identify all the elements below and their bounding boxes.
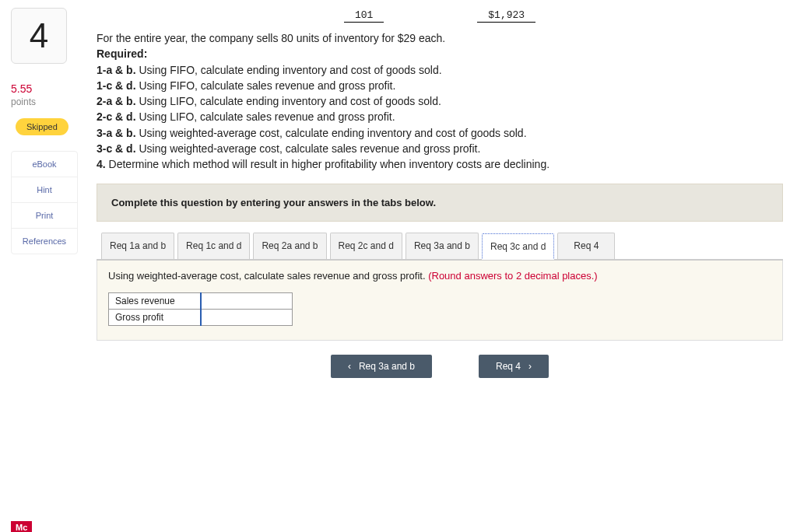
requirement-3cd: 3-c & d. Using weighted-average cost, ca… xyxy=(97,141,783,156)
tab-req-4[interactable]: Req 4 xyxy=(557,233,615,259)
header-value-right: $1,923 xyxy=(477,9,535,23)
points-label: points xyxy=(11,96,89,107)
tab-req-1ab[interactable]: Req 1a and b xyxy=(101,233,174,259)
rounding-note: (Round answers to 2 decimal places.) xyxy=(428,270,598,282)
side-link-print[interactable]: Print xyxy=(12,203,77,229)
tab-prompt: Using weighted-average cost, calculate s… xyxy=(108,270,771,282)
question-prompt: For the entire year, the company sells 8… xyxy=(97,30,783,173)
tab-panel: Using weighted-average cost, calculate s… xyxy=(97,261,783,341)
tab-req-1cd[interactable]: Req 1c and d xyxy=(177,233,250,259)
answer-table: Sales revenue Gross profit xyxy=(108,292,293,326)
input-sales-revenue[interactable] xyxy=(201,292,293,309)
side-link-references[interactable]: References xyxy=(12,229,77,254)
header-value-left: 101 xyxy=(344,9,384,23)
tab-req-3ab[interactable]: Req 3a and b xyxy=(406,233,479,259)
nav-buttons: ‹ Req 3a and b Req 4 › xyxy=(97,355,783,378)
header-values: 101 $1,923 xyxy=(97,9,783,23)
row-label-sales-revenue: Sales revenue xyxy=(109,292,201,309)
instruction-bar: Complete this question by entering your … xyxy=(97,184,783,222)
prev-button-label: Req 3a and b xyxy=(359,361,415,372)
intro-text: For the entire year, the company sells 8… xyxy=(97,30,783,46)
tabs: Req 1a and b Req 1c and d Req 2a and b R… xyxy=(97,233,783,261)
requirement-2ab: 2-a & b. Using LIFO, calculate ending in… xyxy=(97,93,783,109)
table-row: Sales revenue xyxy=(109,292,293,309)
side-link-hint[interactable]: Hint xyxy=(12,177,77,203)
requirement-1cd: 1-c & d. Using FIFO, calculate sales rev… xyxy=(97,78,783,93)
points-value: 5.55 xyxy=(11,82,89,95)
table-row: Gross profit xyxy=(109,309,293,325)
question-number-box: 4 xyxy=(11,8,67,64)
tab-req-3cd[interactable]: Req 3c and d xyxy=(482,233,554,260)
requirement-3ab: 3-a & b. Using weighted-average cost, ca… xyxy=(97,125,783,141)
status-badge: Skipped xyxy=(16,118,68,135)
tab-req-2ab[interactable]: Req 2a and b xyxy=(253,233,326,259)
next-button[interactable]: Req 4 › xyxy=(479,355,549,378)
prev-button[interactable]: ‹ Req 3a and b xyxy=(331,355,432,378)
tab-req-2cd[interactable]: Req 2c and d xyxy=(330,233,402,259)
requirement-4: 4. Determine which method will result in… xyxy=(97,156,783,172)
required-title: Required: xyxy=(97,46,783,61)
chevron-left-icon: ‹ xyxy=(348,361,351,372)
row-label-gross-profit: Gross profit xyxy=(109,309,201,325)
next-button-label: Req 4 xyxy=(496,361,521,372)
requirement-2cd: 2-c & d. Using LIFO, calculate sales rev… xyxy=(97,109,783,124)
side-link-ebook[interactable]: eBook xyxy=(12,152,77,177)
requirement-1ab: 1-a & b. Using FIFO, calculate ending in… xyxy=(97,62,783,78)
side-links: eBook Hint Print References xyxy=(11,151,78,254)
chevron-right-icon: › xyxy=(528,361,532,372)
input-gross-profit[interactable] xyxy=(201,309,293,325)
